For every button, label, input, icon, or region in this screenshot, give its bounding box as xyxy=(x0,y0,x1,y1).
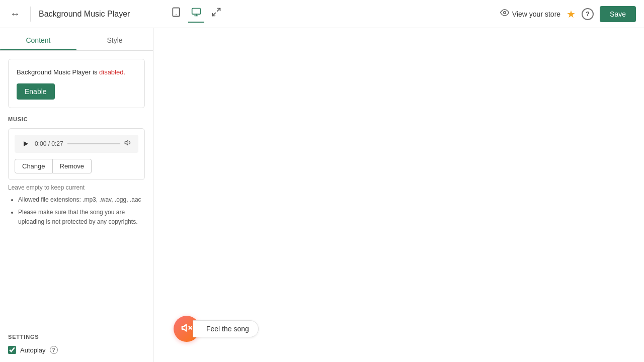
bullet-list: Allowed file extensions: .mp3, .wav, .og… xyxy=(8,195,145,227)
status-text: Background Music Player is disabled. xyxy=(17,67,136,77)
change-button[interactable]: Change xyxy=(15,159,53,173)
svg-rect-2 xyxy=(192,9,201,15)
preview-area: Feel the song xyxy=(153,28,644,362)
bullet-item-2: Please make sure that the song you are u… xyxy=(18,208,145,227)
audio-time: 0:00 / 0:27 xyxy=(35,140,63,147)
view-store-link[interactable]: View your store xyxy=(500,8,560,20)
svg-marker-9 xyxy=(125,140,128,145)
remove-button[interactable]: Remove xyxy=(53,159,92,173)
song-label: Feel the song xyxy=(193,320,259,337)
topbar-divider xyxy=(30,7,31,22)
panel-scroll-content: Background Music Player is disabled. Ena… xyxy=(0,51,153,332)
svg-marker-8 xyxy=(24,141,28,146)
settings-label: SETTINGS xyxy=(8,334,145,340)
back-icon[interactable]: ↔ xyxy=(8,6,22,22)
autoplay-info-icon[interactable]: ? xyxy=(50,346,58,354)
device-icons xyxy=(168,5,224,23)
tabs: Content Style xyxy=(0,28,153,51)
save-button[interactable]: Save xyxy=(600,6,636,22)
feel-the-song-widget: Feel the song xyxy=(174,316,259,342)
hint-text: Leave empty to keep current xyxy=(8,184,145,191)
topbar: ↔ Background Music Player xyxy=(0,0,644,28)
settings-section: SETTINGS Autoplay ? xyxy=(0,334,153,362)
app-title: Background Music Player xyxy=(39,10,130,19)
svg-line-6 xyxy=(213,13,216,16)
tablet-icon[interactable] xyxy=(168,5,184,23)
svg-point-7 xyxy=(504,12,506,14)
help-icon[interactable]: ? xyxy=(582,8,594,20)
tab-content[interactable]: Content xyxy=(0,28,76,50)
enable-button[interactable]: Enable xyxy=(17,83,55,100)
music-card: 0:00 / 0:27 Change xyxy=(8,128,145,180)
mute-icon xyxy=(181,322,192,336)
status-card: Background Music Player is disabled. Ena… xyxy=(8,59,145,108)
audio-buttons: Change Remove xyxy=(15,159,138,173)
star-icon[interactable]: ★ xyxy=(567,8,576,20)
topbar-right: View your store ★ ? Save xyxy=(500,6,636,22)
disabled-label: disabled. xyxy=(99,68,125,76)
eye-icon xyxy=(500,8,509,20)
svg-marker-10 xyxy=(182,324,186,331)
svg-line-5 xyxy=(217,9,220,12)
main-layout: Content Style Background Music Player is… xyxy=(0,28,644,362)
autoplay-row: Autoplay ? xyxy=(8,346,145,354)
play-icon[interactable] xyxy=(21,139,31,149)
responsive-icon[interactable] xyxy=(208,5,224,23)
volume-icon[interactable] xyxy=(124,139,132,149)
autoplay-checkbox[interactable] xyxy=(8,346,16,354)
view-store-label: View your store xyxy=(512,10,560,18)
music-section: MUSIC 0:00 / 0:27 xyxy=(8,116,145,227)
audio-player: 0:00 / 0:27 xyxy=(15,135,138,153)
autoplay-label: Autoplay xyxy=(20,346,46,354)
audio-progress-bar[interactable] xyxy=(67,143,120,144)
bullet-item-1: Allowed file extensions: .mp3, .wav, .og… xyxy=(18,195,145,205)
music-label: MUSIC xyxy=(8,116,145,122)
left-panel: Content Style Background Music Player is… xyxy=(0,28,153,362)
desktop-icon[interactable] xyxy=(188,5,204,23)
tab-style[interactable]: Style xyxy=(76,28,153,50)
